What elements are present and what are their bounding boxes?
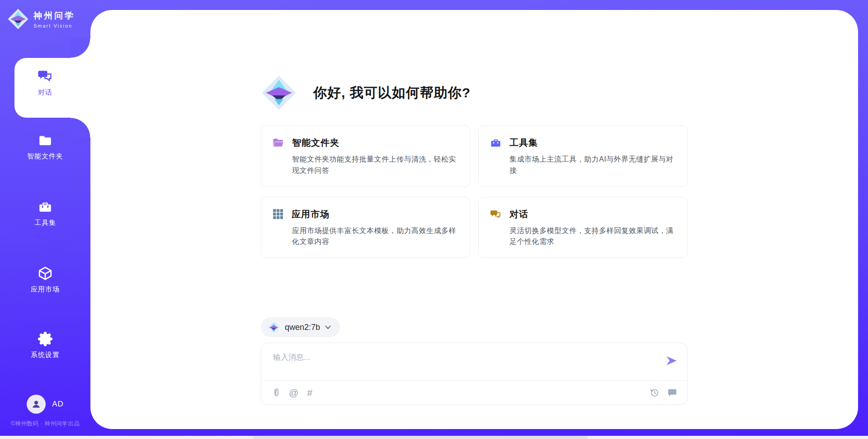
card-title: 工具集 [509,137,538,149]
feature-cards: 智能文件夹 智能文件夹功能支持批量文件上传与清洗，轻松实现文件问答 工具集 集成… [261,125,688,258]
card-title: 对话 [509,208,528,220]
card-description: 应用市场提供丰富长文本模板，助力高效生成多样化文章内容 [292,225,457,248]
card-description: 集成市场上主流工具，助力AI与外界无缝扩展与对接 [509,154,675,177]
sidebar-item-smart-folder[interactable]: 智能文件夹 [0,133,90,161]
hash-icon: # [307,388,312,397]
history-icon [649,387,660,398]
topic-button[interactable]: # [307,388,312,397]
sidebar-item-label: 应用市场 [0,285,90,294]
brand-gem-icon [261,75,297,111]
chevron-down-icon [325,325,331,329]
card-description: 灵活切换多模型文件，支持多样回复效果调试，满足个性化需求 [509,225,675,248]
horizontal-scrollbar[interactable] [0,436,868,439]
message-input[interactable] [273,352,644,378]
send-button[interactable] [665,354,678,367]
sidebar-item-chat[interactable]: 对话 [0,68,90,97]
scrollbar-thumb[interactable] [253,436,588,439]
card-title: 应用市场 [292,208,330,220]
mention-button[interactable]: @ [289,388,298,397]
card-title: 智能文件夹 [292,137,340,149]
card-chat[interactable]: 对话 灵活切换多模型文件，支持多样回复效果调试，满足个性化需求 [478,197,688,258]
message-composer: @ # [261,343,688,405]
app-name: 神州问学 [33,10,75,22]
composer-toolbar: @ # [272,380,677,405]
chat-bubble-icon [667,387,677,397]
folder-icon [38,133,53,148]
gear-icon [38,331,53,347]
card-smart-folder[interactable]: 智能文件夹 智能文件夹功能支持批量文件上传与清洗，轻松实现文件问答 [261,125,470,187]
paperclip-icon [272,387,280,397]
at-icon: @ [289,388,298,397]
model-selector[interactable]: qwen2:7b [261,317,340,337]
greeting-row: 你好, 我可以如何帮助你? [261,75,688,111]
sidebar-item-app-market[interactable]: 应用市场 [0,266,90,294]
card-toolset[interactable]: 工具集 集成市场上主流工具，助力AI与外界无缝扩展与对接 [478,125,688,187]
copyright-footer: ©神州数码 · 神州问学出品 [0,420,90,428]
app-subtitle: Smart Vision [33,23,75,29]
brand-gem-icon [268,321,280,334]
person-icon [30,398,42,410]
sidebar-item-label: 工具集 [0,219,90,227]
card-description: 智能文件夹功能支持批量文件上传与清洗，轻松实现文件问答 [292,154,457,177]
user-profile[interactable]: AD [0,395,90,414]
brand-gem-icon [7,8,29,30]
greeting-title: 你好, 我可以如何帮助你? [313,84,471,102]
sidebar-item-label: 系统设置 [0,351,90,359]
chat-icon [490,208,502,220]
send-icon [665,354,678,367]
main-panel: 你好, 我可以如何帮助你? 智能文件夹 智能文件夹功能支持批量文件上传与清洗，轻… [90,10,858,429]
grid-icon [272,208,284,220]
card-app-market[interactable]: 应用市场 应用市场提供丰富长文本模板，助力高效生成多样化文章内容 [261,197,470,258]
open-folder-icon [272,137,284,149]
toolbox-icon [490,137,502,149]
attach-file-button[interactable] [272,387,280,397]
toolbox-icon [38,199,53,215]
cube-icon [38,266,53,281]
user-name: AD [52,400,64,409]
app-logo: 神州问学 Smart Vision [7,8,75,30]
sidebar: 神州问学 Smart Vision 对话 智能文件夹 工具集 应用市场 系统设置… [0,0,90,439]
sidebar-item-settings[interactable]: 系统设置 [0,331,90,359]
avatar [27,395,46,414]
sidebar-item-label: 对话 [0,88,90,97]
sidebar-item-toolset[interactable]: 工具集 [0,199,90,227]
history-button[interactable] [649,387,660,398]
chat-icon [37,68,53,84]
model-name: qwen2:7b [285,323,320,332]
sidebar-item-label: 智能文件夹 [0,152,90,161]
new-chat-button[interactable] [667,387,677,397]
